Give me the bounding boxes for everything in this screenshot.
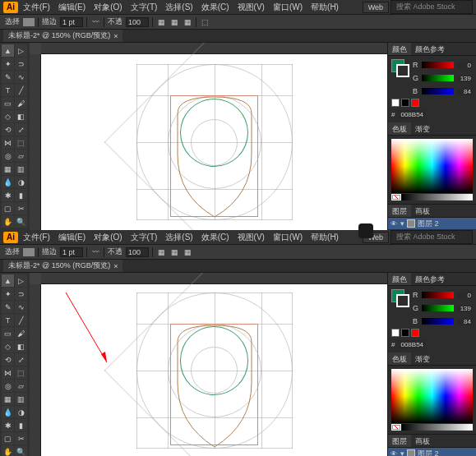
free-transform-tool[interactable]: ⬚ [15, 366, 27, 379]
rectangle-tool[interactable]: ▭ [2, 327, 14, 339]
tab-color[interactable]: 颜色 [388, 273, 411, 285]
eraser-tool[interactable]: ◧ [15, 340, 27, 352]
menu-effect[interactable]: 效果(C) [198, 2, 233, 13]
type-tool[interactable]: T [2, 314, 14, 326]
blend-tool[interactable]: ◑ [15, 176, 27, 188]
menu-edit[interactable]: 编辑(E) [55, 232, 89, 243]
chevron-down-icon[interactable]: ▾ [400, 449, 404, 456]
slice-tool[interactable]: ✂ [15, 202, 27, 214]
g-slider[interactable] [422, 305, 454, 311]
magic-wand-tool[interactable]: ✦ [2, 58, 14, 70]
g-value[interactable]: 139 [456, 305, 473, 312]
document-tab[interactable]: 未标题-2* @ 150% (RGB/预览) × [3, 30, 122, 42]
color-spectrum[interactable] [391, 369, 473, 431]
r-value[interactable]: 0 [456, 62, 473, 69]
menu-effect[interactable]: 效果(C) [198, 232, 233, 243]
menu-select[interactable]: 选择(S) [162, 2, 196, 13]
width-tool[interactable]: ⋈ [2, 136, 14, 149]
magic-wand-tool[interactable]: ✦ [2, 288, 14, 300]
zoom-tool[interactable]: 🔍 [15, 445, 27, 456]
chevron-down-icon[interactable]: ▾ [400, 219, 404, 228]
shaper-tool[interactable]: ◇ [2, 340, 14, 352]
hex-input[interactable]: 008B54 [398, 340, 426, 349]
tab-artboards[interactable]: 画板 [411, 435, 434, 447]
artboard[interactable] [41, 54, 387, 230]
menu-view[interactable]: 视图(V) [234, 232, 268, 243]
b-slider[interactable] [422, 318, 454, 325]
workspace-switcher[interactable]: Web [363, 2, 389, 13]
lasso-tool[interactable]: ⊃ [15, 58, 27, 70]
tab-swatch[interactable]: 色板 [388, 122, 411, 135]
menu-object[interactable]: 对象(O) [90, 232, 125, 243]
shaper-tool[interactable]: ◇ [2, 110, 14, 122]
menu-help[interactable]: 帮助(H) [307, 2, 342, 13]
mini-swatch[interactable] [391, 329, 400, 337]
eye-icon[interactable]: 👁 [390, 449, 398, 456]
tab-color[interactable]: 颜色 [388, 43, 411, 55]
search-input[interactable]: 搜索 Adobe Stock [391, 230, 473, 244]
selection-tool[interactable]: ▲ [2, 44, 14, 57]
close-icon[interactable]: × [113, 262, 118, 270]
rotate-tool[interactable]: ⟲ [2, 123, 14, 136]
curvature-tool[interactable]: ∿ [15, 301, 27, 313]
line-tool[interactable]: ╱ [15, 314, 27, 326]
brush-icon[interactable]: 〰 [90, 247, 100, 257]
shape-builder-tool[interactable]: ◎ [2, 380, 14, 392]
layer-name[interactable]: 图层 2 [418, 449, 439, 457]
hex-input[interactable]: 008B54 [398, 110, 426, 119]
width-tool[interactable]: ⋈ [2, 366, 14, 379]
artboard-tool[interactable]: ▢ [2, 432, 14, 444]
tab-gradient[interactable]: 渐变 [411, 122, 434, 135]
menu-type[interactable]: 文字(T) [127, 232, 161, 243]
color-spectrum[interactable] [391, 139, 473, 200]
opacity-input[interactable] [126, 17, 149, 27]
canvas-area[interactable] [30, 273, 387, 456]
gradient-tool[interactable]: ▥ [15, 163, 27, 175]
eyedropper-tool[interactable]: 💧 [2, 406, 14, 418]
tab-gradient[interactable]: 渐变 [411, 352, 434, 365]
opacity-input[interactable] [126, 247, 149, 257]
search-input[interactable]: 搜索 Adobe Stock [391, 0, 473, 14]
align-left-icon[interactable]: ▦ [156, 247, 166, 257]
align-center-icon[interactable]: ▦ [169, 247, 179, 257]
shape-builder-tool[interactable]: ◎ [2, 150, 14, 162]
paintbrush-tool[interactable]: 🖌 [15, 327, 27, 339]
menu-file[interactable]: 文件(F) [20, 232, 53, 243]
direct-selection-tool[interactable]: ▷ [15, 44, 27, 57]
tab-layers[interactable]: 图层 [388, 435, 411, 447]
column-graph-tool[interactable]: ▮ [15, 419, 27, 431]
slice-tool[interactable]: ✂ [15, 432, 27, 444]
r-slider[interactable] [422, 292, 454, 298]
align-right-icon[interactable]: ▦ [183, 247, 192, 257]
align-left-icon[interactable]: ▦ [156, 17, 166, 27]
eye-icon[interactable]: 👁 [390, 219, 398, 228]
mini-swatch[interactable] [401, 329, 409, 337]
hand-tool[interactable]: ✋ [2, 215, 14, 228]
artboard-tool[interactable]: ▢ [2, 202, 14, 214]
align-center-icon[interactable]: ▦ [169, 17, 179, 27]
menu-select[interactable]: 选择(S) [162, 232, 196, 243]
mesh-tool[interactable]: ▦ [2, 393, 14, 405]
none-color-icon[interactable] [391, 194, 401, 200]
gradient-tool[interactable]: ▥ [15, 393, 27, 405]
panel-stroke-swatch[interactable] [396, 294, 409, 307]
symbol-sprayer-tool[interactable]: ✱ [2, 419, 14, 431]
artboard[interactable] [41, 284, 387, 456]
mini-swatch[interactable] [401, 99, 409, 107]
menu-window[interactable]: 窗口(W) [270, 2, 306, 13]
g-value[interactable]: 139 [456, 75, 473, 82]
layer-row[interactable]: 👁▾图层 2 [388, 448, 476, 456]
curvature-tool[interactable]: ∿ [15, 71, 27, 83]
menu-type[interactable]: 文字(T) [127, 2, 161, 13]
stroke-weight-input[interactable] [60, 17, 83, 27]
canvas-area[interactable] [30, 43, 387, 230]
menu-object[interactable]: 对象(O) [90, 2, 125, 13]
selection-tool[interactable]: ▲ [2, 274, 14, 287]
layer-name[interactable]: 图层 2 [418, 219, 439, 229]
eraser-tool[interactable]: ◧ [15, 110, 27, 122]
column-graph-tool[interactable]: ▮ [15, 189, 27, 201]
line-tool[interactable]: ╱ [15, 84, 27, 96]
paintbrush-tool[interactable]: 🖌 [15, 97, 27, 109]
fill-indicator-icon[interactable] [23, 18, 35, 26]
perspective-tool[interactable]: ▱ [15, 150, 27, 162]
